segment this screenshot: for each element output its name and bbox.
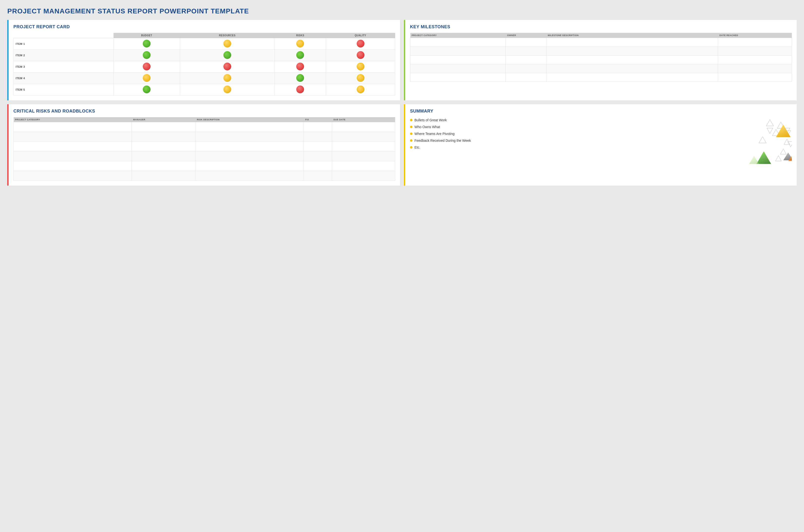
status-cell [114, 50, 180, 61]
table-row [14, 132, 395, 142]
risk-fix [304, 152, 332, 161]
report-card-table: BUDGET RESOURCES RISKS QUALITY ITEM 1ITE… [13, 33, 395, 95]
ms-date [718, 38, 792, 47]
risk-due [332, 161, 395, 171]
bullet-dot-icon [410, 139, 412, 142]
risk-col-due: DUE DATE [332, 117, 395, 122]
list-item: Where Teams Are Pivoting [410, 132, 733, 136]
status-cell [326, 38, 395, 50]
table-row: ITEM 4 [14, 73, 395, 84]
milestones-panel: KEY MILESTONES PROJECT CATEGORY OWNER MI… [404, 20, 797, 100]
bullet-text: Who Owns What [414, 125, 440, 129]
status-cell [326, 50, 395, 61]
item-label: ITEM 4 [14, 73, 114, 84]
risk-fix [304, 122, 332, 132]
status-cell [326, 84, 395, 95]
table-row [410, 73, 792, 82]
svg-marker-6 [780, 149, 786, 154]
status-dot [296, 51, 304, 59]
risk-manager [132, 132, 195, 142]
status-cell [114, 84, 180, 95]
item-label: ITEM 5 [14, 84, 114, 95]
status-cell [180, 38, 275, 50]
ms-category [410, 47, 506, 56]
status-dot [223, 63, 231, 70]
status-dot [357, 74, 364, 82]
status-dot [223, 86, 231, 93]
item-label: ITEM 2 [14, 50, 114, 61]
status-dot [223, 74, 231, 82]
status-dot [296, 40, 304, 48]
risk-manager [132, 122, 195, 132]
summary-panel: SUMMARY Bullets of Great Work Who Owns W… [404, 104, 797, 186]
status-cell [180, 73, 275, 84]
risk-fix [304, 171, 332, 181]
status-cell [180, 84, 275, 95]
ms-col-owner: OWNER [506, 33, 546, 38]
ms-description [546, 38, 718, 47]
bullet-text: Etc. [414, 146, 420, 149]
list-item: Who Owns What [410, 125, 733, 129]
status-dot [143, 40, 151, 48]
ms-date [718, 64, 792, 73]
status-cell [275, 61, 326, 73]
ms-owner [506, 56, 546, 64]
risk-manager [132, 152, 195, 161]
bullet-dot-icon [410, 119, 412, 121]
list-item: Feedback Received During the Week [410, 139, 733, 142]
bullet-text: Where Teams Are Pivoting [414, 132, 455, 136]
status-cell [326, 73, 395, 84]
ms-date [718, 56, 792, 64]
risks-table: PROJECT CATEGORY MANAGER RISK DESCRIPTIO… [13, 117, 395, 181]
risk-category [14, 161, 132, 171]
table-row [410, 47, 792, 56]
risk-due [332, 132, 395, 142]
risk-category [14, 152, 132, 161]
risks-title: CRITICAL RISKS AND ROADBLOCKS [13, 109, 395, 114]
status-dot [143, 63, 151, 70]
table-row [410, 56, 792, 64]
status-cell [180, 50, 275, 61]
risks-panel: CRITICAL RISKS AND ROADBLOCKS PROJECT CA… [7, 104, 400, 186]
risk-fix [304, 161, 332, 171]
table-row: ITEM 5 [14, 84, 395, 95]
bullet-dot-icon [410, 146, 412, 149]
status-dot [357, 51, 364, 59]
risk-category [14, 142, 132, 152]
status-dot [143, 74, 151, 82]
ms-category [410, 73, 506, 82]
ms-description [546, 56, 718, 64]
risk-description [195, 122, 304, 132]
ms-description [546, 73, 718, 82]
item-label: ITEM 3 [14, 61, 114, 73]
milestones-table: PROJECT CATEGORY OWNER MILESTONE DESCRIP… [410, 33, 792, 82]
status-dot [357, 63, 364, 70]
summary-triangles-svg [738, 117, 792, 166]
table-row [14, 122, 395, 132]
ms-category [410, 56, 506, 64]
ms-col-desc: MILESTONE DESCRIPTION [546, 33, 718, 38]
status-dot [296, 74, 304, 82]
col-header-risks: RISKS [275, 33, 326, 38]
table-row [14, 142, 395, 152]
status-cell [275, 38, 326, 50]
risk-fix [304, 142, 332, 152]
risk-category [14, 171, 132, 181]
risk-col-desc: RISK DESCRIPTION [195, 117, 304, 122]
summary-graphic [738, 117, 792, 167]
status-cell [275, 50, 326, 61]
page-title: PROJECT MANAGEMENT STATUS REPORT POWERPO… [7, 7, 797, 15]
status-dot [143, 86, 151, 93]
ms-date [718, 73, 792, 82]
item-label: ITEM 1 [14, 38, 114, 50]
table-row [410, 38, 792, 47]
main-grid: PROJECT REPORT CARD BUDGET RESOURCES RIS… [7, 20, 797, 186]
list-item: Etc. [410, 146, 733, 149]
ms-category [410, 38, 506, 47]
status-cell [275, 73, 326, 84]
risk-due [332, 152, 395, 161]
col-header-resources: RESOURCES [180, 33, 275, 38]
risk-due [332, 171, 395, 181]
table-row [410, 64, 792, 73]
svg-marker-13 [749, 156, 759, 164]
